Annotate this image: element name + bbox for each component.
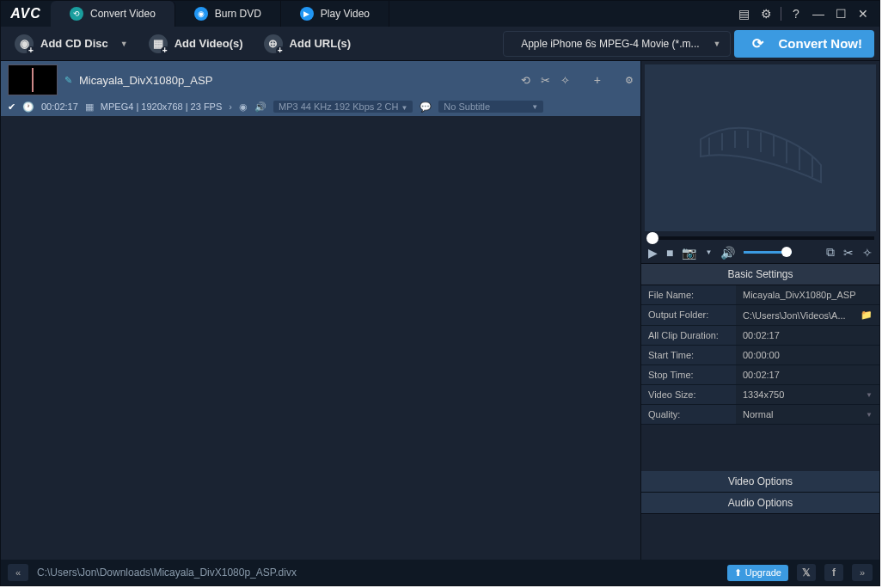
duration-value: 00:02:17: [41, 101, 78, 112]
output-folder-field[interactable]: C:\Users\Jon\Videos\A... 📁: [736, 305, 879, 325]
file-actions: ⟲ ✂ ✧: [521, 74, 570, 87]
facebook-icon[interactable]: f: [824, 564, 843, 581]
clock-icon: 🕐: [22, 101, 34, 113]
setting-label: Output Folder:: [641, 305, 736, 325]
video-thumbnail[interactable]: [8, 64, 58, 95]
titlebar: AVC ⟲ Convert Video ◉ Burn DVD ▶ Play Vi…: [1, 1, 879, 27]
up-arrow-icon: ⬆: [734, 567, 742, 579]
button-label: Add URL(s): [290, 37, 352, 50]
file-item-header: ✎ Micayala_DivX1080p_ASP ⟲ ✂ ✧ + ⚙: [1, 61, 640, 99]
upgrade-button[interactable]: ⬆ Upgrade: [727, 565, 788, 581]
minimize-icon[interactable]: —: [811, 6, 826, 21]
separator: [781, 7, 781, 21]
check-icon[interactable]: ✔: [8, 101, 15, 113]
output-profile-select[interactable]: Apple iPhone 6s MPEG-4 Movie (*.m... ▼: [503, 31, 730, 57]
settings-spacer: [641, 425, 879, 471]
subtitle-select[interactable]: No Subtitle▼: [438, 101, 543, 113]
audio-info-select[interactable]: MP3 44 KHz 192 Kbps 2 CH ▼: [273, 101, 413, 113]
add-icon[interactable]: +: [594, 73, 601, 87]
effects-icon[interactable]: ✧: [862, 246, 873, 260]
duration-value: 00:02:17: [736, 326, 879, 345]
tab-label: Play Video: [321, 8, 370, 20]
setting-label: Video Size:: [641, 385, 736, 404]
seek-thumb[interactable]: [646, 232, 658, 244]
setting-label: Stop Time:: [641, 365, 736, 384]
effects-icon[interactable]: ✧: [560, 74, 570, 87]
help-icon[interactable]: ?: [788, 6, 804, 21]
folder-icon[interactable]: 📁: [861, 309, 873, 321]
title-controls: ▤ ⚙ ? — ☐ ✕: [727, 1, 879, 27]
file-item[interactable]: ✎ Micayala_DivX1080p_ASP ⟲ ✂ ✧ + ⚙ ✔ 🕐 0…: [1, 61, 640, 117]
stop-icon[interactable]: ■: [666, 246, 673, 260]
settings-grid: File Name: Micayala_DivX1080p_ASP Output…: [641, 285, 879, 425]
side-panel: ▶ ■ 📷 ▼ 🔊 ⧉ ✂ ✧ Basic Settings File Name…: [640, 61, 879, 560]
app-logo: AVC: [1, 1, 51, 27]
app-window: AVC ⟲ Convert Video ◉ Burn DVD ▶ Play Vi…: [0, 0, 880, 586]
filename-field[interactable]: Micayala_DivX1080p_ASP: [736, 285, 879, 304]
setting-label: Quality:: [641, 405, 736, 424]
tab-play-video[interactable]: ▶ Play Video: [281, 1, 389, 27]
toolbar: ◉ Add CD Disc ▼ ▦ Add Video(s) ⊕ Add URL…: [1, 27, 879, 61]
chevron-down-icon[interactable]: ▼: [705, 248, 712, 256]
film-strip-icon: [692, 105, 830, 191]
seek-slider[interactable]: [646, 236, 874, 240]
chevron-down-icon: ▼: [714, 40, 721, 48]
setting-row-video-size: Video Size: 1334x750 ▼: [641, 385, 879, 405]
chevron-down-icon[interactable]: ▼: [866, 411, 873, 419]
reload-icon[interactable]: ⟲: [521, 74, 530, 87]
cut-icon[interactable]: ✂: [541, 74, 550, 87]
cut-icon[interactable]: ✂: [843, 246, 854, 260]
chevron-right-icon[interactable]: ›: [229, 101, 232, 112]
maximize-icon[interactable]: ☐: [833, 6, 848, 21]
playback-controls: ▶ ■ 📷 ▼ 🔊 ⧉ ✂ ✧: [641, 242, 879, 263]
collapse-left-button[interactable]: «: [8, 564, 28, 581]
stop-time-field[interactable]: 00:02:17: [736, 365, 879, 384]
button-label: Add CD Disc: [40, 37, 108, 50]
file-list-pane: ✎ Micayala_DivX1080p_ASP ⟲ ✂ ✧ + ⚙ ✔ 🕐 0…: [1, 61, 640, 560]
expand-right-button[interactable]: »: [852, 564, 873, 581]
setting-row-quality: Quality: Normal ▼: [641, 405, 879, 425]
add-cd-disc-button[interactable]: ◉ Add CD Disc ▼: [6, 29, 137, 58]
options-icon[interactable]: ▤: [736, 6, 751, 21]
settings-icon[interactable]: ⚙: [625, 75, 634, 86]
snapshot-icon[interactable]: 📷: [682, 246, 696, 260]
basic-settings-header[interactable]: Basic Settings: [641, 264, 879, 285]
convert-now-button[interactable]: ⟳ Convert Now!: [734, 30, 875, 58]
volume-slider[interactable]: [744, 251, 792, 254]
gear-icon[interactable]: ⚙: [758, 6, 774, 21]
add-urls-button[interactable]: ⊕ Add URL(s): [255, 29, 360, 58]
setting-row-output-folder: Output Folder: C:\Users\Jon\Videos\A... …: [641, 305, 879, 326]
setting-row-filename: File Name: Micayala_DivX1080p_ASP: [641, 285, 879, 305]
preview-area[interactable]: [645, 64, 876, 231]
twitter-icon[interactable]: 𝕏: [797, 564, 816, 581]
seek-bar-row: [641, 235, 879, 242]
setting-label: File Name:: [641, 285, 736, 304]
play-icon[interactable]: ▶: [648, 246, 658, 260]
tab-label: Convert Video: [90, 8, 156, 20]
profile-label: Apple iPhone 6s MPEG-4 Movie (*.m...: [521, 38, 699, 50]
pencil-icon[interactable]: ✎: [64, 75, 72, 86]
video-size-select[interactable]: 1334x750 ▼: [736, 385, 879, 404]
quality-select[interactable]: Normal ▼: [736, 405, 879, 424]
audio-options-header[interactable]: Audio Options: [641, 493, 879, 514]
video-options-header[interactable]: Video Options: [641, 471, 879, 493]
setting-label: All Clip Duration:: [641, 326, 736, 345]
disc-icon[interactable]: ◉: [239, 101, 248, 113]
volume-icon[interactable]: 🔊: [720, 246, 735, 260]
file-item-details: ✔ 🕐 00:02:17 ▦ MPEG4 | 1920x768 | 23 FPS…: [1, 99, 640, 116]
setting-row-duration: All Clip Duration: 00:02:17: [641, 326, 879, 346]
speaker-icon[interactable]: 🔊: [254, 101, 266, 113]
subtitle-icon[interactable]: 💬: [420, 101, 432, 113]
close-icon[interactable]: ✕: [855, 6, 871, 21]
chevron-down-icon[interactable]: ▼: [866, 391, 873, 399]
play-icon: ▶: [300, 7, 314, 21]
file-title: Micayala_DivX1080p_ASP: [79, 74, 514, 87]
link-icon[interactable]: ⧉: [826, 245, 835, 260]
tab-burn-dvd[interactable]: ◉ Burn DVD: [175, 1, 281, 27]
button-label: Add Video(s): [175, 37, 243, 50]
add-videos-button[interactable]: ▦ Add Video(s): [140, 29, 252, 58]
tab-convert-video[interactable]: ⟲ Convert Video: [51, 1, 175, 27]
main-area: ✎ Micayala_DivX1080p_ASP ⟲ ✂ ✧ + ⚙ ✔ 🕐 0…: [1, 61, 879, 560]
tab-label: Burn DVD: [215, 8, 261, 20]
start-time-field[interactable]: 00:00:00: [736, 346, 879, 364]
